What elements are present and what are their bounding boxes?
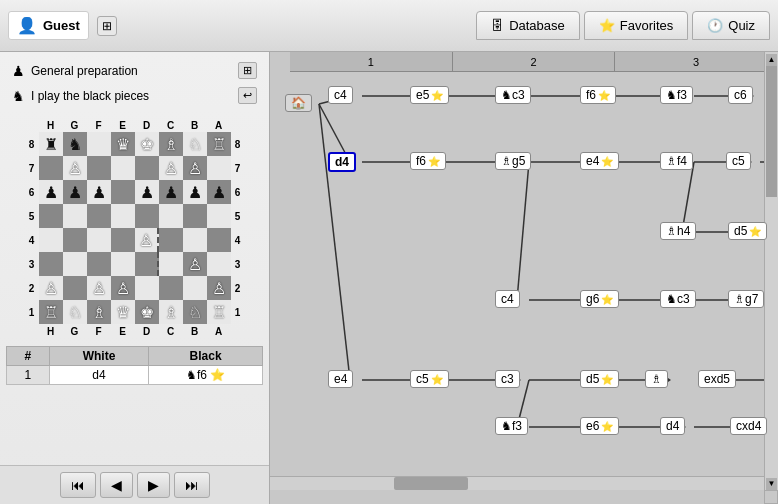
black-copy-button[interactable]: ↩ [238,87,257,104]
move-node-bh4[interactable]: ♗h4 [660,222,696,240]
square-4-1[interactable] [135,156,159,180]
move-node-c6[interactable]: c6 [728,86,753,104]
square-0-6[interactable]: ♙ [39,276,63,300]
square-5-3[interactable] [159,204,183,228]
square-1-5[interactable] [63,252,87,276]
horizontal-scrollbar-thumb[interactable] [394,477,468,490]
square-0-2[interactable]: ♟ [39,180,63,204]
square-6-1[interactable]: ♙ [183,156,207,180]
tab-favorites[interactable]: ⭐ Favorites [584,11,688,40]
square-1-2[interactable]: ♟ [63,180,87,204]
horizontal-scrollbar[interactable] [270,476,764,490]
move-node-d4[interactable]: d4 [328,152,356,172]
square-3-2[interactable] [111,180,135,204]
general-copy-button[interactable]: ⊞ [238,62,257,79]
square-7-5[interactable] [207,252,231,276]
square-2-0[interactable] [87,132,111,156]
square-2-2[interactable]: ♟ [87,180,111,204]
square-1-1[interactable]: ♙ [63,156,87,180]
vertical-scrollbar-thumb[interactable] [766,66,777,197]
move-node-bg7[interactable]: ♗g7 [728,290,764,308]
square-2-3[interactable] [87,204,111,228]
move-node-e5[interactable]: e5⭐ [410,86,449,104]
move-node-c3b[interactable]: c3 [495,370,520,388]
square-6-6[interactable] [183,276,207,300]
move-node-bf4[interactable]: ♗f4 [660,152,693,170]
square-0-5[interactable] [39,252,63,276]
square-6-0[interactable]: ♘ [183,132,207,156]
tab-database[interactable]: 🗄 Database [476,11,580,40]
square-6-3[interactable] [183,204,207,228]
square-1-3[interactable] [63,204,87,228]
square-7-7[interactable]: ♖ [207,300,231,324]
move-node-c4b[interactable]: c4 [495,290,520,308]
square-7-6[interactable]: ♙ [207,276,231,300]
move-node-f6b[interactable]: f6⭐ [410,152,446,170]
move-node-c4[interactable]: c4 [328,86,353,104]
prev-move-button[interactable]: ◀ [100,472,133,498]
move-node-d5b[interactable]: d5⭐ [580,370,619,388]
square-4-3[interactable] [135,204,159,228]
move-node-nc3b[interactable]: ♞c3 [660,290,696,308]
square-2-4[interactable] [87,228,111,252]
square-5-6[interactable] [159,276,183,300]
square-0-4[interactable] [39,228,63,252]
move-node-c5b[interactable]: c5⭐ [410,370,449,388]
move-node-nf3[interactable]: ♞f3 [660,86,693,104]
square-1-7[interactable]: ♘ [63,300,87,324]
move-node-nc3[interactable]: ♞c3 [495,86,531,104]
square-0-7[interactable]: ♖ [39,300,63,324]
tab-quiz[interactable]: 🕐 Quiz [692,11,770,40]
square-3-3[interactable] [111,204,135,228]
square-5-7[interactable]: ♗ [159,300,183,324]
square-3-4[interactable] [111,228,135,252]
square-2-5[interactable] [87,252,111,276]
square-2-7[interactable]: ♗ [87,300,111,324]
square-4-5[interactable] [135,252,159,276]
square-5-0[interactable]: ♗ [159,132,183,156]
panel-item-black[interactable]: ♞ I play the black pieces ↩ [6,83,263,108]
square-2-6[interactable]: ♙ [87,276,111,300]
square-7-4[interactable] [207,228,231,252]
move-node-exd5[interactable]: exd5 [698,370,736,388]
square-1-0[interactable]: ♞ [63,132,87,156]
move-node-g6[interactable]: g6⭐ [580,290,619,308]
square-4-7[interactable]: ♚ [135,300,159,324]
move-node-cxd4[interactable]: cxd4 [730,417,767,435]
square-4-2[interactable]: ♟ [135,180,159,204]
square-1-4[interactable] [63,228,87,252]
square-6-2[interactable]: ♟ [183,180,207,204]
move-node-e4a[interactable]: e4⭐ [580,152,619,170]
move-node-bg5[interactable]: ♗g5 [495,152,531,170]
square-0-1[interactable] [39,156,63,180]
square-7-2[interactable]: ♟ [207,180,231,204]
square-4-4[interactable]: ♙ [135,228,159,252]
next-move-button[interactable]: ▶ [137,472,170,498]
copy-user-button[interactable]: ⊞ [97,16,117,36]
move-node-e6[interactable]: e6⭐ [580,417,619,435]
square-3-6[interactable]: ♙ [111,276,135,300]
scroll-up-button[interactable]: ▲ [766,54,777,66]
move-node-d4b2[interactable]: d4 [660,417,685,435]
scroll-down-button[interactable]: ▼ [766,478,777,490]
square-3-7[interactable]: ♛ [111,300,135,324]
last-move-button[interactable]: ⏭ [174,472,210,498]
square-4-6[interactable] [135,276,159,300]
square-0-3[interactable] [39,204,63,228]
first-move-button[interactable]: ⏮ [60,472,96,498]
panel-item-general[interactable]: ♟ General preparation ⊞ [6,58,263,83]
square-7-3[interactable] [207,204,231,228]
square-6-4[interactable] [183,228,207,252]
square-1-6[interactable] [63,276,87,300]
move-node-c5a[interactable]: c5 [726,152,751,170]
square-3-5[interactable] [111,252,135,276]
move-node-home[interactable]: 🏠 [285,94,312,112]
square-5-5[interactable] [159,252,183,276]
move-node-d5a[interactable]: d5⭐ [728,222,767,240]
move-node-f6a[interactable]: f6⭐ [580,86,616,104]
square-0-0[interactable]: ♜ [39,132,63,156]
square-5-4[interactable] [159,228,183,252]
square-3-0[interactable]: ♛ [111,132,135,156]
square-6-7[interactable]: ♘ [183,300,207,324]
move-node-e4b[interactable]: e4 [328,370,353,388]
